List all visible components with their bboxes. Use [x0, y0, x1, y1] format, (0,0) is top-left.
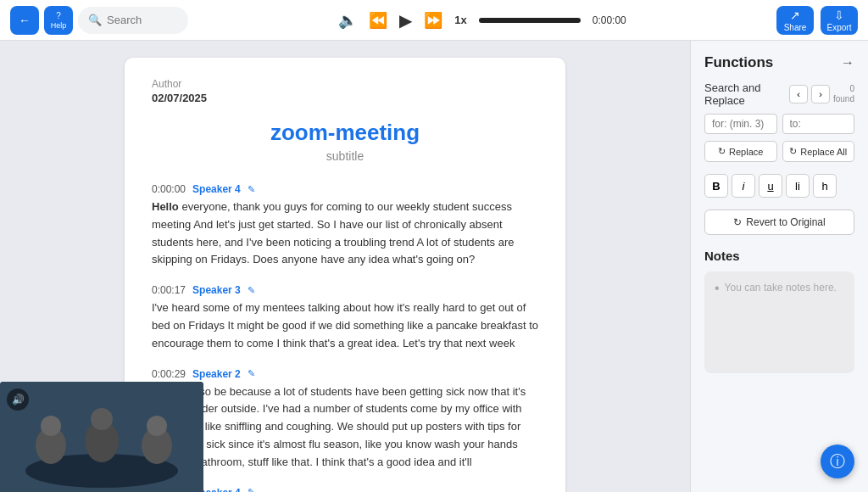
- replace-all-button[interactable]: ↻ Replace All: [782, 141, 855, 162]
- found-badge: 0found: [833, 84, 854, 104]
- share-label: Share: [784, 23, 807, 32]
- seg-1-speaker[interactable]: Speaker 3: [192, 284, 241, 296]
- video-scene-svg: [0, 382, 203, 492]
- topbar-center: 🔈 ⏪ ▶ ⏩ 1x 0:00:00: [195, 10, 770, 31]
- back-icon: ←: [19, 14, 31, 27]
- topbar: ← ? Help 🔍 🔈 ⏪ ▶ ⏩ 1x 0:00:0: [0, 0, 868, 41]
- seg-0-highlight: Hello: [152, 200, 179, 213]
- rewind-button[interactable]: ⏪: [369, 11, 387, 30]
- help-label: Help: [51, 21, 67, 30]
- volume-button[interactable]: 🔈: [338, 11, 357, 30]
- video-inner: [0, 382, 203, 492]
- author-label: Author: [152, 78, 538, 90]
- topbar-left: ← ? Help 🔍: [10, 6, 188, 35]
- fast-forward-button[interactable]: ⏩: [424, 11, 442, 30]
- notes-placeholder: • You can take notes here.: [715, 282, 844, 295]
- mute-icon: 🔊: [12, 394, 25, 405]
- topbar-right: ↗ Share ⇩ Export: [776, 6, 858, 35]
- segment-1-header: 0:00:17 Speaker 3 ✎: [152, 284, 538, 296]
- info-icon: ⓘ: [830, 451, 845, 472]
- export-label: Export: [827, 23, 852, 32]
- video-mute-icon[interactable]: 🔊: [7, 389, 29, 411]
- media-controls: 🔈 ⏪ ▶ ⏩ 1x: [338, 10, 466, 31]
- segment-1: 0:00:17 Speaker 3 ✎ I've heard some of m…: [152, 284, 538, 352]
- svg-point-8: [147, 416, 167, 436]
- progress-bar[interactable]: [479, 18, 581, 23]
- revert-button[interactable]: ↻ Revert to Original: [704, 210, 854, 235]
- search-replace-row: Search and Replace ‹ › 0found: [704, 81, 854, 107]
- share-button[interactable]: ↗ Share: [776, 6, 814, 35]
- search-box: 🔍: [78, 7, 188, 34]
- seg-0-time: 0:00:00: [152, 183, 186, 195]
- list-button[interactable]: li: [786, 174, 810, 198]
- export-icon: ⇩: [834, 8, 844, 22]
- info-fab[interactable]: ⓘ: [821, 444, 854, 478]
- functions-expand-icon[interactable]: →: [841, 55, 854, 70]
- segment-3-header: 0:00:46 Speaker 4 ✎: [152, 487, 538, 492]
- segment-3: 0:00:46 Speaker 4 ✎ be a good reminder f…: [152, 487, 538, 492]
- seg-2-time: 0:00:29: [152, 368, 186, 380]
- fast-forward-icon: ⏩: [424, 11, 442, 30]
- sr-next-button[interactable]: ›: [811, 85, 830, 103]
- sr-for-input[interactable]: [704, 114, 777, 134]
- sr-to-input[interactable]: [782, 114, 855, 134]
- doc-title: zoom-meeting: [152, 120, 538, 146]
- right-panel: Functions → Search and Replace ‹ › 0foun…: [690, 41, 868, 492]
- segment-0: 0:00:00 Speaker 4 ✎ Hello everyone, than…: [152, 183, 538, 269]
- seg-3-edit-icon[interactable]: ✎: [248, 487, 255, 492]
- seg-1-edit-icon[interactable]: ✎: [248, 285, 255, 296]
- heading-button[interactable]: h: [813, 174, 837, 198]
- replace-label: Replace: [729, 147, 763, 157]
- play-icon: ▶: [399, 10, 412, 31]
- segment-0-header: 0:00:00 Speaker 4 ✎: [152, 183, 538, 195]
- doc-date: 02/07/2025: [152, 92, 538, 104]
- speed-badge[interactable]: 1x: [454, 14, 466, 26]
- search-input[interactable]: [107, 14, 178, 26]
- seg-2-edit-icon[interactable]: ✎: [248, 368, 255, 379]
- svg-point-6: [91, 408, 113, 430]
- revert-icon: ↻: [733, 216, 742, 228]
- search-replace-label: Search and Replace: [704, 81, 789, 107]
- notes-dot-icon: •: [715, 282, 720, 295]
- segment-2: 0:00:29 Speaker 2 ✎ It might also be bec…: [152, 368, 538, 472]
- notes-title: Notes: [704, 249, 854, 263]
- sr-prev-button[interactable]: ‹: [789, 85, 808, 103]
- seg-2-text: It might also be because a lot of studen…: [152, 383, 538, 472]
- seg-0-speaker[interactable]: Speaker 4: [192, 183, 241, 195]
- seg-0-rest: everyone, thank you guys for coming to o…: [152, 200, 514, 266]
- bold-button[interactable]: B: [704, 174, 728, 198]
- svg-point-4: [41, 416, 61, 436]
- italic-button[interactable]: i: [732, 174, 755, 198]
- replace-icon: ↻: [718, 146, 726, 157]
- sr-nav: ‹ › 0found: [789, 84, 854, 104]
- doc-subtitle: subtitle: [152, 149, 538, 163]
- timestamp: 0:00:00: [593, 14, 626, 26]
- replace-all-icon: ↻: [789, 146, 797, 157]
- sr-inputs: [704, 114, 854, 134]
- notes-area[interactable]: • You can take notes here.: [704, 271, 854, 373]
- functions-title: Functions: [704, 54, 773, 71]
- notes-placeholder-text: You can take notes here.: [725, 282, 837, 294]
- underline-button[interactable]: u: [759, 174, 782, 198]
- video-thumbnail[interactable]: 🔊: [0, 382, 203, 492]
- rewind-icon: ⏪: [369, 11, 387, 30]
- back-button[interactable]: ←: [10, 6, 39, 35]
- functions-header: Functions →: [704, 54, 854, 71]
- seg-1-time: 0:00:17: [152, 284, 186, 296]
- share-icon: ↗: [790, 8, 800, 22]
- seg-1-text: I've heard some of my mentees talking ab…: [152, 299, 538, 352]
- revert-label: Revert to Original: [746, 216, 825, 228]
- help-icon: ?: [56, 11, 61, 20]
- search-icon: 🔍: [88, 14, 102, 26]
- replace-button[interactable]: ↻ Replace: [704, 141, 777, 162]
- play-button[interactable]: ▶: [399, 10, 412, 31]
- format-buttons: B i u li h: [704, 174, 854, 198]
- help-button[interactable]: ? Help: [44, 6, 73, 35]
- seg-0-edit-icon[interactable]: ✎: [248, 184, 255, 195]
- seg-2-speaker[interactable]: Speaker 2: [192, 368, 241, 380]
- export-button[interactable]: ⇩ Export: [821, 6, 858, 35]
- volume-icon: 🔈: [338, 11, 357, 30]
- replace-all-label: Replace All: [800, 147, 847, 157]
- sr-buttons: ↻ Replace ↻ Replace All: [704, 141, 854, 162]
- seg-0-text: Hello everyone, thank you guys for comin…: [152, 198, 538, 269]
